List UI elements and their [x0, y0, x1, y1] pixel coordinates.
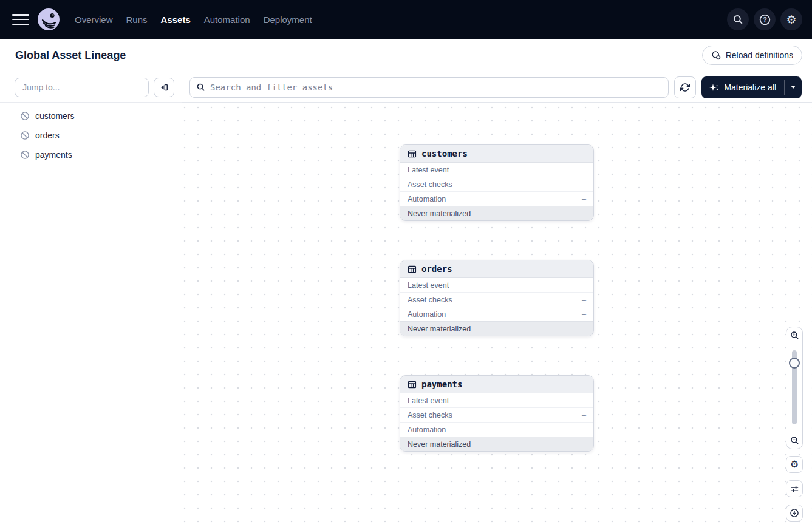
gear-icon: ⚙ — [790, 460, 799, 469]
sidebar-item-payments[interactable]: payments — [0, 145, 182, 165]
never-materialized-icon — [20, 150, 30, 160]
row-value: – — [582, 195, 586, 203]
app-window: Overview Runs Assets Automation Deployme… — [0, 0, 812, 530]
row-value: – — [582, 296, 586, 304]
row-label: Asset checks — [408, 411, 452, 420]
row-label: Latest event — [408, 166, 449, 174]
zoom-in-button[interactable] — [786, 327, 802, 344]
materialize-all-label: Materialize all — [724, 83, 776, 92]
graph-toolbar: Materialize all — [182, 72, 812, 103]
node-row-automation: Automation – — [400, 423, 593, 437]
zoom-controls — [786, 327, 803, 449]
lineage-main: Materialize all — [182, 72, 812, 530]
row-label: Automation — [408, 195, 446, 203]
row-label: Latest event — [408, 281, 449, 290]
dagster-logo[interactable] — [38, 8, 60, 30]
zoom-in-icon — [790, 331, 799, 340]
node-row-asset-checks: Asset checks – — [400, 177, 593, 192]
code-location-icon — [711, 50, 721, 60]
lineage-sidebar: customers orders p — [0, 72, 182, 530]
help-icon: ? — [759, 14, 771, 25]
sidebar-item-customers[interactable]: customers — [0, 106, 182, 126]
materialize-all-button[interactable]: Materialize all — [701, 76, 784, 98]
help-button[interactable]: ? — [754, 8, 776, 30]
row-label: Automation — [408, 426, 446, 434]
node-row-asset-checks: Asset checks – — [400, 408, 593, 423]
asset-node-title: customers — [421, 149, 468, 158]
nav-item-automation[interactable]: Automation — [204, 15, 250, 25]
node-status: Never materialized — [400, 321, 593, 336]
asset-node-title: payments — [421, 379, 462, 389]
node-row-latest-event: Latest event — [400, 393, 593, 408]
page-title: Global Asset Lineage — [15, 49, 126, 62]
asset-node-customers[interactable]: customers Latest event Asset checks – Au… — [400, 144, 594, 221]
node-row-asset-checks: Asset checks – — [400, 293, 593, 307]
row-label: Latest event — [408, 396, 449, 405]
node-row-automation: Automation – — [400, 307, 593, 322]
nav-item-overview[interactable]: Overview — [75, 15, 113, 25]
row-label: Automation — [408, 310, 446, 319]
asset-node-header: payments — [400, 376, 593, 393]
row-label: Asset checks — [408, 296, 452, 304]
node-status: Never materialized — [400, 206, 593, 220]
refresh-button[interactable] — [674, 76, 696, 98]
jump-to-input[interactable] — [15, 78, 149, 97]
table-icon — [408, 380, 417, 389]
asset-name: payments — [35, 150, 72, 160]
settings-button[interactable]: ⚙ — [780, 8, 802, 30]
node-status: Never materialized — [400, 437, 593, 451]
refresh-icon — [680, 83, 690, 92]
table-icon — [408, 149, 417, 158]
reload-definitions-label: Reload definitions — [726, 50, 793, 60]
node-row-automation: Automation – — [400, 192, 593, 206]
reload-definitions-button[interactable]: Reload definitions — [702, 46, 802, 65]
collapse-panel-icon — [159, 83, 169, 92]
asset-search-box — [189, 77, 669, 98]
sliders-icon — [790, 484, 799, 494]
sidebar-item-orders[interactable]: orders — [0, 126, 182, 145]
node-row-latest-event: Latest event — [400, 163, 593, 177]
row-value: – — [582, 426, 586, 434]
row-value: – — [582, 310, 586, 319]
asset-search-input[interactable] — [210, 83, 662, 92]
asset-name: customers — [35, 111, 75, 121]
gear-icon: ⚙ — [786, 14, 796, 25]
nav-actions: ? ⚙ — [727, 8, 802, 30]
zoom-out-button[interactable] — [786, 432, 802, 449]
asset-node-orders[interactable]: orders Latest event Asset checks – Autom… — [400, 260, 594, 336]
row-label: Asset checks — [408, 180, 452, 189]
recenter-view-button[interactable] — [786, 505, 803, 522]
nav-item-runs[interactable]: Runs — [126, 15, 148, 25]
nav-item-deployment[interactable]: Deployment — [264, 15, 312, 25]
sidebar-toolbar — [0, 72, 182, 103]
zoom-out-icon — [790, 436, 799, 445]
node-row-latest-event: Latest event — [400, 278, 593, 293]
materialize-options-button[interactable] — [785, 76, 802, 98]
top-nav: Overview Runs Assets Automation Deployme… — [0, 0, 812, 39]
row-value: – — [582, 411, 586, 420]
sparkle-icon — [709, 83, 719, 92]
never-materialized-icon — [20, 111, 30, 121]
asset-node-title: orders — [421, 264, 452, 274]
never-materialized-icon — [20, 131, 30, 140]
nav-item-assets[interactable]: Assets — [161, 15, 191, 25]
collapse-panel-button[interactable] — [154, 78, 174, 97]
asset-name: orders — [35, 131, 60, 140]
asset-node-header: customers — [400, 145, 593, 163]
asset-list: customers orders p — [0, 103, 182, 165]
materialize-split-button: Materialize all — [701, 76, 802, 98]
asset-node-header: orders — [400, 260, 593, 278]
table-icon — [408, 265, 417, 274]
svg-text:?: ? — [763, 16, 767, 23]
lineage-canvas[interactable]: customers Latest event Asset checks – Au… — [182, 103, 812, 530]
menu-icon[interactable] — [12, 13, 29, 26]
graph-settings-button[interactable]: ⚙ — [786, 456, 803, 473]
page-header: Global Asset Lineage Reload definitions — [0, 39, 812, 72]
graph-filters-button[interactable] — [786, 480, 803, 497]
zoom-slider-handle[interactable] — [789, 358, 800, 369]
asset-node-payments[interactable]: payments Latest event Asset checks – Aut… — [400, 375, 594, 452]
nav-links: Overview Runs Assets Automation Deployme… — [75, 15, 312, 25]
zoom-slider[interactable] — [786, 344, 802, 432]
search-button[interactable] — [727, 8, 749, 30]
row-value: – — [582, 180, 586, 189]
